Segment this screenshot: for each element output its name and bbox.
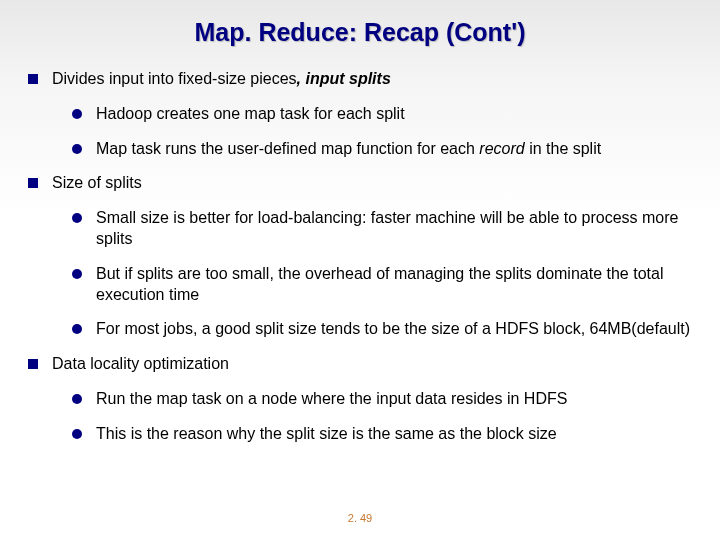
- slide: Map. Reduce: Recap (Cont') Divides input…: [0, 0, 720, 540]
- subbullet-small-size: Small size is better for load-balancing:…: [72, 208, 692, 250]
- circle-bullet-icon: [72, 324, 82, 334]
- subbullet-too-small: But if splits are too small, the overhea…: [72, 264, 692, 306]
- text-emph: record: [479, 140, 524, 157]
- circle-bullet-icon: [72, 269, 82, 279]
- bullet-text: Run the map task on a node where the inp…: [96, 389, 692, 410]
- subbullet-map-function-record: Map task runs the user-defined map funct…: [72, 139, 692, 160]
- page-number: 2. 49: [0, 512, 720, 524]
- circle-bullet-icon: [72, 109, 82, 119]
- circle-bullet-icon: [72, 144, 82, 154]
- square-bullet-icon: [28, 74, 38, 84]
- circle-bullet-icon: [72, 213, 82, 223]
- text-part: Map task runs the user-defined map funct…: [96, 140, 479, 157]
- circle-bullet-icon: [72, 429, 82, 439]
- circle-bullet-icon: [72, 394, 82, 404]
- bullet-text: Hadoop creates one map task for each spl…: [96, 104, 692, 125]
- bullet-text: Data locality optimization: [52, 354, 692, 375]
- subbullet-reason-same-size: This is the reason why the split size is…: [72, 424, 692, 445]
- square-bullet-icon: [28, 359, 38, 369]
- bullet-input-splits: Divides input into fixed-size pieces, in…: [28, 69, 692, 90]
- bullet-text: For most jobs, a good split size tends t…: [96, 319, 692, 340]
- slide-title: Map. Reduce: Recap (Cont'): [28, 18, 692, 47]
- bullet-text: Small size is better for load-balancing:…: [96, 208, 692, 250]
- subbullet-hadoop-map-task: Hadoop creates one map task for each spl…: [72, 104, 692, 125]
- bullet-text: Divides input into fixed-size pieces, in…: [52, 69, 692, 90]
- bullet-data-locality: Data locality optimization: [28, 354, 692, 375]
- text-part: in the split: [525, 140, 601, 157]
- text-part: Divides input into fixed-size pieces: [52, 70, 297, 87]
- bullet-size-of-splits: Size of splits: [28, 173, 692, 194]
- text-emph: input splits: [305, 70, 390, 87]
- subbullet-run-on-node: Run the map task on a node where the inp…: [72, 389, 692, 410]
- bullet-text: This is the reason why the split size is…: [96, 424, 692, 445]
- subbullet-good-split-size: For most jobs, a good split size tends t…: [72, 319, 692, 340]
- bullet-text: Size of splits: [52, 173, 692, 194]
- bullet-text: But if splits are too small, the overhea…: [96, 264, 692, 306]
- square-bullet-icon: [28, 178, 38, 188]
- bullet-text: Map task runs the user-defined map funct…: [96, 139, 692, 160]
